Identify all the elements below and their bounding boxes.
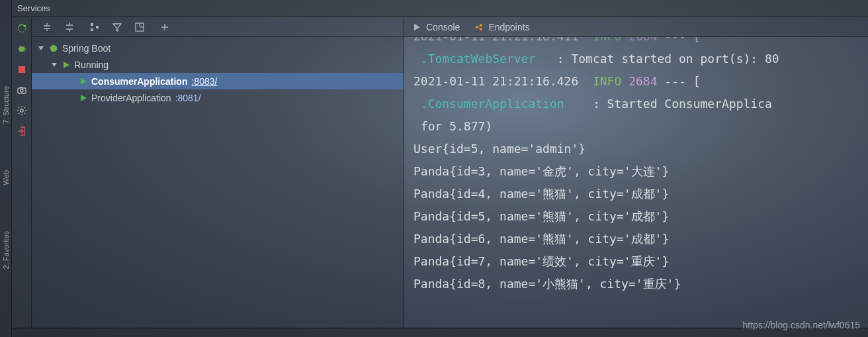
app-name: ConsumerApplication [91,76,187,87]
camera-button[interactable] [15,83,29,97]
watermark: https://blog.csdn.net/lwf0615 [743,320,860,330]
left-gutter: 7: Structure Web 2: Favorites [0,0,12,337]
services-vertical-toolbar [12,17,32,328]
svg-rect-2 [18,88,26,93]
play-icon [412,23,421,32]
tree-toolbar [32,17,404,37]
bottom-strip [12,328,868,337]
expand-all-button[interactable] [40,20,54,34]
app-name: ProviderApplication [91,93,171,103]
group-icon [89,22,100,32]
console-output[interactable]: 2021-01-11 21:21:18.411 INFO 2684 --- [ … [404,37,868,328]
stop-button[interactable] [15,62,29,77]
tab-console[interactable]: Console [412,22,460,32]
group-by-button[interactable] [87,20,102,34]
right-tabs: Console Endpoints [404,17,868,37]
exit-icon [17,126,27,136]
tree-node-app[interactable]: ProviderApplication :8081/ [32,89,404,106]
svg-point-10 [50,44,58,52]
layout-icon [134,22,145,32]
svg-rect-7 [91,28,93,31]
app-port: :8081/ [175,93,201,103]
plus-icon [159,22,170,32]
svg-point-5 [20,109,22,112]
tree-node-app[interactable]: ConsumerApplication :8083/ [32,73,404,89]
play-icon [79,77,87,85]
gear-icon [17,105,27,116]
tool-window-tabbar: Services [12,0,868,17]
filter-icon [112,22,122,32]
tab-label: Console [426,22,460,32]
svg-point-3 [21,89,23,92]
svg-point-13 [480,28,482,30]
tree-node-label: Spring Boot [62,43,110,54]
filter-button[interactable] [110,20,124,34]
rerun-button[interactable] [15,21,29,36]
gutter-tab-structure[interactable]: 7: Structure [2,86,10,124]
spring-icon [49,44,58,53]
tab-endpoints[interactable]: Endpoints [474,22,529,32]
run-button[interactable] [15,42,29,56]
tree-node-spring-boot[interactable]: Spring Boot [32,40,404,56]
svg-rect-4 [20,87,22,88]
gutter-tab-web[interactable]: Web [2,170,10,185]
svg-rect-8 [96,26,99,28]
services-tree[interactable]: Spring Boot Running ConsumerApplication … [32,37,404,328]
add-service-button[interactable] [157,20,172,34]
tree-node-running[interactable]: Running [32,56,404,73]
endpoints-icon [474,23,484,32]
bug-icon [17,44,27,54]
gutter-tab-favorites[interactable]: 2: Favorites [2,231,10,269]
settings-button[interactable] [15,103,29,118]
camera-icon [17,85,27,95]
tree-node-label: Running [74,60,108,70]
app-port: :8083/ [191,76,217,87]
collapse-all-button[interactable] [62,20,77,34]
svg-rect-6 [91,23,93,26]
exit-button[interactable] [15,124,29,138]
tab-label: Endpoints [488,22,529,32]
svg-point-12 [480,24,482,26]
svg-rect-1 [19,66,25,73]
services-tab[interactable]: Services [17,3,50,13]
collapse-all-icon [64,22,75,32]
view-mode-button[interactable] [132,20,147,34]
play-icon [62,61,70,69]
stop-icon [17,64,27,75]
rerun-icon [17,23,27,34]
play-icon [79,94,87,102]
expand-all-icon [42,22,52,32]
chevron-down-icon [38,45,45,52]
chevron-down-icon [52,62,58,68]
